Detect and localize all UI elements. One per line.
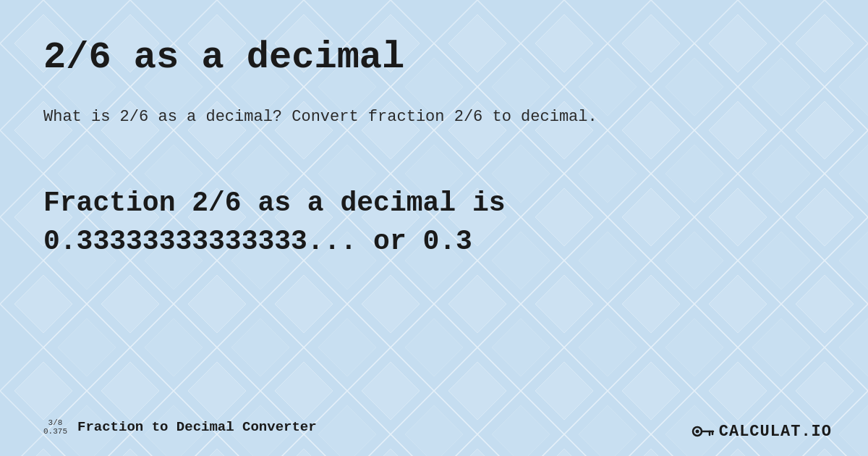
result-value: 0.33333333333333... or 0.3 <box>43 226 472 257</box>
result-text: Fraction 2/6 as a decimal is 0.333333333… <box>43 184 825 261</box>
page-title: 2/6 as a decimal <box>43 36 825 79</box>
page-description: What is 2/6 as a decimal? Convert fracti… <box>43 108 825 126</box>
result-section: Fraction 2/6 as a decimal is 0.333333333… <box>43 184 825 261</box>
main-content: 2/6 as a decimal What is 2/6 as a decima… <box>0 0 868 456</box>
result-label: Fraction 2/6 as a decimal is <box>43 187 506 219</box>
